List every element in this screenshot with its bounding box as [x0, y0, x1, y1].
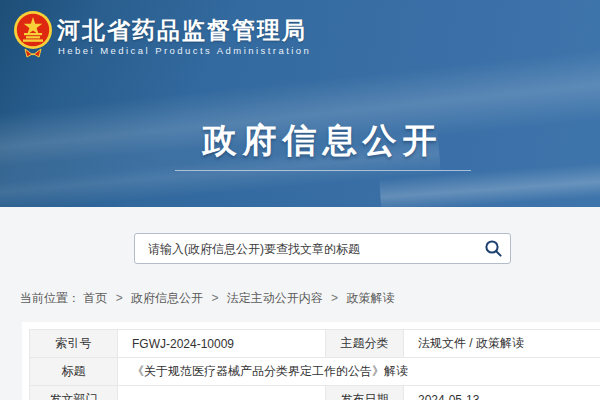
search-button[interactable] [476, 234, 510, 263]
topic-category-value: 法规文件 / 政策解读 [404, 330, 600, 358]
breadcrumb-prefix: 当前位置： [20, 291, 80, 305]
search-bar [134, 233, 511, 264]
issuing-department-label: 发文部门 [30, 386, 118, 400]
site-title: 河北省药品监督管理局 [57, 15, 307, 46]
breadcrumb-link-statutory-disclosure[interactable]: 法定主动公开内容 [227, 291, 323, 305]
index-number-value: FGWJ-2024-10009 [118, 330, 326, 358]
hero-banner: 河北省药品监督管理局 Hebei Medical Products Admini… [0, 0, 600, 207]
search-input[interactable] [135, 234, 476, 263]
site-header: 河北省药品监督管理局 Hebei Medical Products Admini… [0, 0, 600, 85]
breadcrumb-separator: > [116, 291, 123, 305]
document-info-table: 索引号 FGWJ-2024-10009 主题分类 法规文件 / 政策解读 标题 … [29, 329, 600, 400]
doc-title-value: 《关于规范医疗器械产品分类界定工作的公告》解读 [118, 358, 600, 386]
national-emblem-icon [13, 9, 53, 59]
page: 河北省药品监督管理局 Hebei Medical Products Admini… [0, 0, 600, 400]
publish-date-value: 2024-05-13 [404, 386, 600, 400]
breadcrumb-separator: > [331, 291, 338, 305]
index-number-label: 索引号 [30, 330, 118, 358]
doc-title-label: 标题 [30, 358, 118, 386]
breadcrumb-link-home[interactable]: 首页 [83, 291, 107, 305]
table-row: 标题 《关于规范医疗器械产品分类界定工作的公告》解读 [30, 358, 600, 386]
page-title: 政府信息公开 [0, 118, 600, 164]
search-icon [484, 239, 503, 258]
breadcrumb-link-policy-interpretation[interactable]: 政策解读 [346, 291, 394, 305]
table-row: 索引号 FGWJ-2024-10009 主题分类 法规文件 / 政策解读 [30, 330, 600, 358]
issuing-department-value [118, 386, 326, 400]
breadcrumb-separator: > [211, 291, 218, 305]
site-subtitle-en: Hebei Medical Products Administration [58, 45, 311, 56]
topic-category-label: 主题分类 [326, 330, 404, 358]
document-info-card: 索引号 FGWJ-2024-10009 主题分类 法规文件 / 政策解读 标题 … [22, 322, 600, 400]
breadcrumb-link-gov-info[interactable]: 政府信息公开 [131, 291, 203, 305]
breadcrumb: 当前位置： 首页 > 政府信息公开 > 法定主动公开内容 > 政策解读 [20, 290, 394, 307]
title-underline [175, 170, 471, 171]
publish-date-label: 发布日期 [326, 386, 404, 400]
table-row: 发文部门 发布日期 2024-05-13 [30, 386, 600, 400]
banner-wave-decoration [379, 158, 600, 207]
